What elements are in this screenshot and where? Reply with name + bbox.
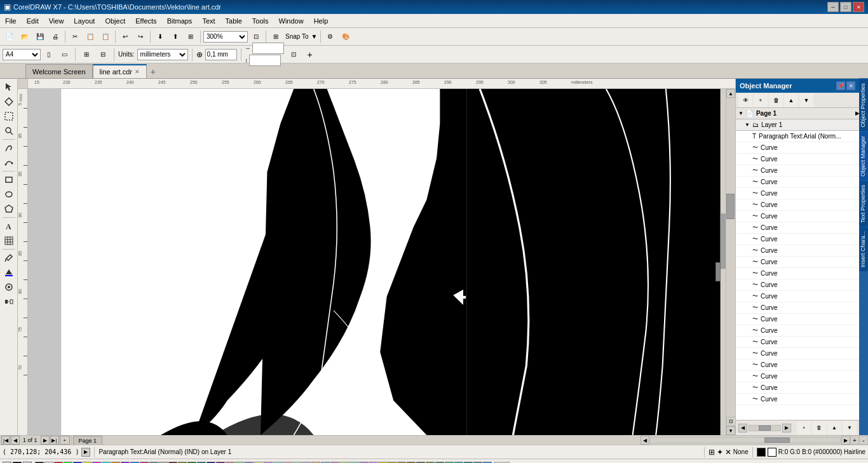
polygon-tool[interactable] (2, 202, 16, 216)
tree-curve-21[interactable]: 〜 Curve (736, 371, 859, 382)
page-add-btn[interactable]: + (60, 436, 70, 445)
hscroll-left[interactable]: ◀ (641, 436, 649, 445)
tree-curve-6[interactable]: 〜 Curve (736, 199, 859, 211)
node-tool[interactable] (2, 95, 16, 109)
crop-tool[interactable] (2, 109, 16, 123)
menu-layout[interactable]: Layout (69, 16, 100, 26)
snap-button[interactable]: ⊞ (269, 30, 283, 44)
page-prev-btn[interactable]: ◀ (11, 436, 20, 445)
menu-effects[interactable]: Effects (130, 16, 161, 26)
export-button[interactable]: ⬆ (168, 30, 182, 44)
menu-help[interactable]: Help (309, 16, 334, 26)
print-button[interactable]: 🖨 (48, 30, 62, 44)
tree-curve-20[interactable]: 〜 Curve (736, 359, 859, 371)
obj-del-btn[interactable]: 🗑 (812, 421, 826, 435)
publish-button[interactable]: ⊞ (184, 30, 198, 44)
close-button[interactable]: ✕ (853, 2, 864, 12)
cut-button[interactable]: ✂ (68, 30, 82, 44)
open-button[interactable]: 📂 (18, 30, 32, 44)
zoom-tool[interactable] (2, 124, 16, 138)
tree-curve-23[interactable]: 〜 Curve (736, 394, 859, 405)
tab-welcome[interactable]: Welcome Screen (25, 64, 93, 78)
obj-manager-close[interactable]: ✕ (846, 81, 855, 90)
obj-hscroll-track[interactable] (749, 425, 781, 431)
options-button[interactable]: ⚙ (323, 30, 337, 44)
width-input[interactable]: 5,0 mm (252, 43, 284, 54)
fill-tool[interactable] (2, 265, 16, 279)
ellipse-tool[interactable] (2, 187, 16, 201)
tree-curve-4[interactable]: 〜 Curve (736, 177, 859, 188)
zoom-out-btn[interactable]: - (859, 436, 868, 445)
maximize-button[interactable]: □ (840, 2, 851, 12)
vscroll-thumb[interactable] (715, 262, 721, 281)
page-tab[interactable]: Page 1 (73, 436, 103, 445)
proportional-button[interactable]: ⊡ (287, 48, 301, 62)
tree-curve-15[interactable]: 〜 Curve (736, 302, 859, 314)
tab-close-icon[interactable]: ✕ (135, 69, 140, 75)
color-mgr-button[interactable]: 🎨 (339, 30, 353, 44)
obj-move-down[interactable]: ▼ (799, 93, 813, 107)
paste-button[interactable]: 📋 (98, 30, 112, 44)
tree-curve-5[interactable]: 〜 Curve (736, 188, 859, 199)
obj-new-layer[interactable]: + (754, 93, 768, 107)
add-page-button[interactable]: + (303, 48, 317, 62)
hscroll-right[interactable]: ▶ (841, 436, 850, 445)
zoom-in-btn[interactable]: + (850, 436, 859, 445)
obj-show-all[interactable]: 👁 (738, 93, 752, 107)
page-size-select[interactable]: A4 Letter A3 (3, 49, 41, 60)
tree-layer[interactable]: ▼ 🗂 Layer 1 (736, 119, 859, 131)
vscroll-center[interactable]: ⊡ (726, 417, 735, 426)
select-tool[interactable] (2, 80, 16, 94)
obj-up-btn[interactable]: ▲ (827, 421, 841, 435)
tree-curve-13[interactable]: 〜 Curve (736, 279, 859, 291)
obj-hscroll-thumb[interactable] (759, 426, 771, 431)
tree-curve-19[interactable]: 〜 Curve (736, 348, 859, 359)
table-tool[interactable] (2, 234, 16, 248)
snap-dropdown[interactable]: ▼ (311, 30, 318, 44)
tree-curve-3[interactable]: 〜 Curve (736, 165, 859, 177)
zoom-fit-button[interactable]: ⊡ (249, 30, 263, 44)
nudge-input[interactable] (205, 49, 237, 60)
text-tool[interactable]: A (2, 219, 16, 233)
menu-object[interactable]: Object (100, 16, 130, 26)
menu-edit[interactable]: Edit (22, 16, 44, 26)
menu-file[interactable]: File (0, 16, 22, 26)
rectangle-tool[interactable] (2, 173, 16, 187)
tree-curve-7[interactable]: 〜 Curve (736, 211, 859, 222)
blend-tool[interactable] (2, 295, 16, 309)
tree-curve-9[interactable]: 〜 Curve (736, 234, 859, 245)
tree-curve-11[interactable]: 〜 Curve (736, 257, 859, 268)
canvas-container[interactable] (28, 89, 726, 435)
panel-tab-insert-char[interactable]: Insert Chara... (859, 227, 868, 271)
copy-button[interactable]: 📋 (83, 30, 97, 44)
tree-curve-12[interactable]: 〜 Curve (736, 268, 859, 279)
tree-curve-2[interactable]: 〜 Curve (736, 154, 859, 165)
menu-window[interactable]: Window (274, 16, 309, 26)
hscroll-thumb[interactable] (764, 438, 790, 443)
undo-button[interactable]: ↩ (118, 30, 132, 44)
obj-move-up[interactable]: ▲ (784, 93, 798, 107)
import-button[interactable]: ⬇ (153, 30, 167, 44)
hscroll-track[interactable] (650, 437, 841, 443)
zoom-select[interactable]: 300% 200% 100% 75% 50% (203, 31, 248, 43)
freehand-tool[interactable] (2, 141, 16, 155)
tree-curve-8[interactable]: 〜 Curve (736, 222, 859, 234)
tree-curve-1[interactable]: 〜 Curve (736, 142, 859, 154)
menu-table[interactable]: Table (220, 16, 247, 26)
save-button[interactable]: 💾 (33, 30, 47, 44)
obj-manager-pin[interactable]: 📌 (836, 81, 845, 90)
new-button[interactable]: 📄 (3, 30, 17, 44)
page-first-btn[interactable]: |◀ (1, 436, 10, 445)
redo-button[interactable]: ↪ (133, 30, 147, 44)
minimize-button[interactable]: ─ (827, 2, 839, 12)
panel-tab-object-properties[interactable]: Object Properties (859, 79, 868, 131)
obj-down-btn[interactable]: ▼ (843, 421, 857, 435)
eyedropper-tool[interactable] (2, 251, 16, 265)
tree-curve-17[interactable]: 〜 Curve (736, 325, 859, 337)
tree-curve-14[interactable]: 〜 Curve (736, 291, 859, 302)
page-options-button[interactable]: ⊞ (79, 48, 93, 62)
obj-scroll-right[interactable]: ▶ (782, 424, 791, 433)
obj-delete[interactable]: 🗑 (769, 93, 783, 107)
tree-curve-16[interactable]: 〜 Curve (736, 314, 859, 325)
menu-tools[interactable]: Tools (247, 16, 274, 26)
